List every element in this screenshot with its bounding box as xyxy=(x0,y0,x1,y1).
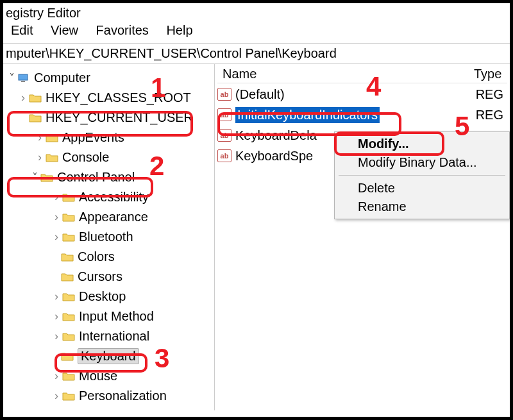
col-name[interactable]: Name xyxy=(217,67,461,81)
tree-label: International xyxy=(79,329,149,344)
tree-label: Console xyxy=(62,150,109,165)
window-title: egistry Editor xyxy=(3,3,510,22)
tree-personalization[interactable]: Personalization xyxy=(4,386,213,406)
tree-label: Accessibility xyxy=(79,190,149,205)
ctx-modify[interactable]: Modify... xyxy=(336,135,508,153)
folder-icon xyxy=(62,391,75,401)
folder-icon xyxy=(29,93,42,103)
tree-console[interactable]: Console xyxy=(4,147,213,167)
tree-colors[interactable]: Colors xyxy=(4,247,213,267)
folder-icon xyxy=(62,212,75,223)
folder-icon xyxy=(61,272,74,282)
tree-mouse[interactable]: Mouse xyxy=(4,366,213,386)
tree-cursors[interactable]: Cursors xyxy=(4,267,213,287)
col-type[interactable]: Type xyxy=(461,67,507,81)
tree-bluetooth[interactable]: Bluetooth xyxy=(4,227,213,247)
chevron-right-icon[interactable] xyxy=(51,389,62,403)
tree-appearance[interactable]: Appearance xyxy=(4,207,213,227)
chevron-down-icon[interactable] xyxy=(29,171,40,185)
value-default[interactable]: ab (Default) REG xyxy=(217,85,507,104)
chevron-right-icon[interactable] xyxy=(51,409,62,410)
string-value-icon: ab xyxy=(217,129,231,142)
computer-icon xyxy=(17,73,30,83)
tree-pane[interactable]: Computer HKEY_CLASSES_ROOT HKEY_CURRENT_… xyxy=(3,64,215,410)
tree-label: Bluetooth xyxy=(79,230,133,244)
value-list-pane[interactable]: Name Type ab (Default) REG ab InitialKey… xyxy=(215,64,510,410)
tree-label: HKEY_CLASSES_ROOT xyxy=(46,90,191,105)
tree-desktop[interactable]: Desktop xyxy=(4,287,213,307)
chevron-down-icon[interactable] xyxy=(6,71,17,85)
folder-icon xyxy=(46,153,58,163)
chevron-right-icon[interactable] xyxy=(34,151,46,164)
folder-icon xyxy=(29,113,42,123)
tree-label: Appearance xyxy=(79,210,148,224)
chevron-right-icon[interactable] xyxy=(51,369,62,383)
chevron-right-icon[interactable] xyxy=(17,91,29,105)
ctx-divider xyxy=(339,175,505,176)
tree-label: Desktop xyxy=(79,289,126,304)
chevron-right-icon[interactable] xyxy=(51,330,62,343)
string-value-icon: ab xyxy=(217,88,231,101)
tree-powercfg[interactable]: PowerCfg xyxy=(4,406,213,410)
value-name: KeyboardSpe xyxy=(235,149,313,164)
folder-icon xyxy=(62,192,75,203)
string-value-icon: ab xyxy=(217,149,231,162)
tree-accessibility[interactable]: Accessibility xyxy=(4,187,213,207)
context-menu: Modify... Modify Binary Data... Delete R… xyxy=(334,131,510,219)
chevron-right-icon[interactable] xyxy=(51,310,62,323)
menu-help[interactable]: Help xyxy=(166,23,192,37)
tree-label: HKEY_CURRENT_USER xyxy=(46,110,193,125)
value-type: REG xyxy=(476,108,507,122)
content-area: Computer HKEY_CLASSES_ROOT HKEY_CURRENT_… xyxy=(3,64,510,410)
tree-label: AppEvents xyxy=(62,130,124,145)
tree-input-method[interactable]: Input Method xyxy=(4,307,213,326)
address-bar[interactable]: mputer\HKEY_CURRENT_USER\Control Panel\K… xyxy=(3,43,510,64)
menu-favorites[interactable]: Favorites xyxy=(96,23,149,37)
chevron-right-icon[interactable] xyxy=(51,290,62,303)
tree-label: Mouse xyxy=(79,369,117,383)
tree-label: Cursors xyxy=(78,269,122,284)
ctx-delete[interactable]: Delete xyxy=(336,179,508,197)
tree-label: Control Panel xyxy=(57,170,135,185)
chevron-right-icon[interactable] xyxy=(51,210,62,224)
folder-icon xyxy=(62,312,75,322)
value-name: InitialKeyboardIndicators xyxy=(235,107,380,123)
svg-rect-0 xyxy=(19,74,28,80)
value-initialkeyboardindicators[interactable]: ab InitialKeyboardIndicators REG xyxy=(217,105,507,124)
tree-label: Colors xyxy=(78,249,115,264)
tree-root-computer[interactable]: Computer xyxy=(4,68,213,88)
tree-label: Input Method xyxy=(79,309,154,324)
menu-edit[interactable]: Edit xyxy=(11,23,33,37)
column-header[interactable]: Name Type xyxy=(217,67,507,83)
tree-label: Personalization xyxy=(79,389,167,403)
menu-bar: Edit View Favorites Help xyxy=(3,22,510,43)
chevron-right-icon[interactable] xyxy=(51,190,62,204)
registry-editor-window: egistry Editor Edit View Favorites Help … xyxy=(0,0,513,420)
value-name: KeyboardDela xyxy=(235,128,317,143)
folder-icon xyxy=(61,351,74,362)
folder-icon xyxy=(61,252,74,262)
menu-view[interactable]: View xyxy=(51,23,78,37)
tree-label: Keyboard xyxy=(78,348,139,364)
tree-international[interactable]: International xyxy=(4,326,213,346)
tree-label: PowerCfg xyxy=(79,408,135,410)
tree-control-panel[interactable]: Control Panel xyxy=(4,167,213,187)
tree-hkey-current-user[interactable]: HKEY_CURRENT_USER xyxy=(4,108,213,128)
folder-icon xyxy=(62,332,75,342)
folder-icon xyxy=(46,133,58,143)
folder-icon xyxy=(62,292,75,302)
svg-rect-1 xyxy=(21,81,25,82)
tree-keyboard[interactable]: Keyboard xyxy=(4,346,213,366)
value-name: (Default) xyxy=(235,87,285,102)
ctx-rename[interactable]: Rename xyxy=(336,197,508,216)
chevron-right-icon[interactable] xyxy=(34,131,46,144)
folder-icon xyxy=(40,172,53,183)
tree-appevents[interactable]: AppEvents xyxy=(4,128,213,147)
string-value-icon: ab xyxy=(217,108,231,121)
tree-hkey-classes-root[interactable]: HKEY_CLASSES_ROOT xyxy=(4,88,213,108)
tree-label: Computer xyxy=(34,71,90,85)
ctx-modify-binary[interactable]: Modify Binary Data... xyxy=(336,153,508,172)
value-type: REG xyxy=(476,87,507,102)
chevron-right-icon[interactable] xyxy=(51,230,62,244)
folder-icon xyxy=(62,232,75,242)
